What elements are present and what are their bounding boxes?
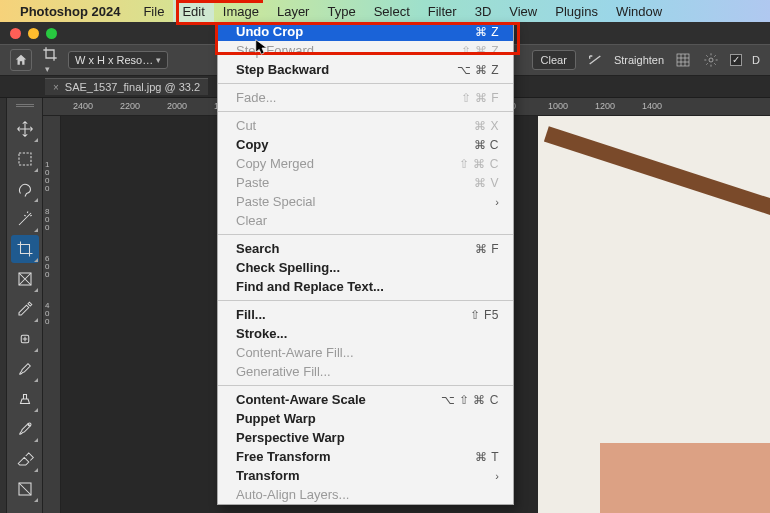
menubar-item-3d[interactable]: 3D (466, 0, 501, 22)
menubar-item-filter[interactable]: Filter (419, 0, 466, 22)
gradient-tool[interactable] (11, 475, 39, 503)
menu-item-auto-align-layers: Auto-Align Layers... (218, 485, 513, 504)
clear-button[interactable]: Clear (532, 50, 576, 70)
maximize-window-button[interactable] (46, 28, 57, 39)
overlay-grid-icon[interactable] (674, 51, 692, 69)
healing-brush-tool[interactable] (11, 325, 39, 353)
crop-tool[interactable] (11, 235, 39, 263)
ruler-h-tick: 2000 (167, 101, 187, 111)
menu-item-shortcut: ⌘ C (474, 138, 500, 152)
photo-beam (544, 126, 770, 222)
menu-item-label: Content-Aware Fill... (236, 345, 499, 360)
svg-rect-0 (677, 54, 689, 66)
document-canvas[interactable] (538, 116, 770, 513)
menubar-item-layer[interactable]: Layer (268, 0, 319, 22)
toolbox-grip[interactable] (16, 104, 34, 109)
menubar-item-file[interactable]: File (134, 0, 173, 22)
close-tab-icon[interactable]: × (53, 82, 59, 93)
menu-item-label: Undo Crop (236, 24, 475, 39)
delete-pixels-checkbox[interactable] (730, 54, 742, 66)
menu-item-label: Auto-Align Layers... (236, 487, 499, 502)
menu-item-label: Generative Fill... (236, 364, 499, 379)
brush-tool[interactable] (11, 355, 39, 383)
menu-item-perspective-warp[interactable]: Perspective Warp (218, 428, 513, 447)
menu-item-paste-special: Paste Special› (218, 192, 513, 211)
menu-item-shortcut: ⇧ ⌘ F (461, 91, 500, 105)
gear-icon[interactable] (702, 51, 720, 69)
crop-preset-dropdown[interactable]: W x H x Reso… (68, 51, 168, 69)
menu-item-label: Search (236, 241, 475, 256)
minimize-window-button[interactable] (28, 28, 39, 39)
menu-separator (218, 385, 513, 386)
toolbox (7, 98, 43, 513)
document-tab[interactable]: × SAE_1537_final.jpg @ 33.2 (45, 78, 208, 95)
straighten-label: Straighten (614, 54, 664, 66)
eraser-tool[interactable] (11, 445, 39, 473)
ruler-vertical[interactable]: 1000800600400 (43, 116, 61, 513)
menu-item-content-aware-scale[interactable]: Content-Aware Scale⌥ ⇧ ⌘ C (218, 390, 513, 409)
move-tool[interactable] (11, 115, 39, 143)
svg-point-5 (28, 423, 31, 426)
menu-item-transform[interactable]: Transform› (218, 466, 513, 485)
menu-item-fill[interactable]: Fill...⇧ F5 (218, 305, 513, 324)
delete-pixels-label: D (752, 54, 760, 66)
history-brush-tool[interactable] (11, 415, 39, 443)
menubar-item-window[interactable]: Window (607, 0, 671, 22)
menu-item-search[interactable]: Search⌘ F (218, 239, 513, 258)
ruler-h-tick: 1400 (642, 101, 662, 111)
menu-item-shortcut: ⌘ Z (475, 25, 499, 39)
menu-item-find-and-replace-text[interactable]: Find and Replace Text... (218, 277, 513, 296)
ruler-v-tick: 600 (45, 255, 49, 279)
menu-item-generative-fill: Generative Fill... (218, 362, 513, 381)
menu-item-label: Transform (236, 468, 495, 483)
menu-item-label: Copy Merged (236, 156, 459, 171)
frame-tool[interactable] (11, 265, 39, 293)
menubar-item-view[interactable]: View (500, 0, 546, 22)
home-button[interactable] (10, 49, 32, 71)
menu-item-label: Paste Special (236, 194, 495, 209)
ruler-v-tick: 800 (45, 208, 49, 232)
menu-item-check-spelling[interactable]: Check Spelling... (218, 258, 513, 277)
menu-item-step-forward: Step Forward⇧ ⌘ Z (218, 41, 513, 60)
menubar-item-select[interactable]: Select (365, 0, 419, 22)
menu-item-shortcut: ⌘ F (475, 242, 499, 256)
menu-item-copy[interactable]: Copy⌘ C (218, 135, 513, 154)
menu-item-stroke[interactable]: Stroke... (218, 324, 513, 343)
menu-item-label: Check Spelling... (236, 260, 499, 275)
tool-preset-picker[interactable] (42, 46, 58, 74)
clear-button-label: Clear (541, 54, 567, 66)
menu-separator (218, 111, 513, 112)
menu-item-paste: Paste⌘ V (218, 173, 513, 192)
menu-item-free-transform[interactable]: Free Transform⌘ T (218, 447, 513, 466)
menu-item-step-backward[interactable]: Step Backward⌥ ⌘ Z (218, 60, 513, 79)
magic-wand-tool[interactable] (11, 205, 39, 233)
menubar-item-type[interactable]: Type (318, 0, 364, 22)
menubar-item-image[interactable]: Image (214, 0, 268, 22)
menu-separator (218, 83, 513, 84)
lasso-tool[interactable] (11, 175, 39, 203)
menu-item-label: Clear (236, 213, 499, 228)
menu-separator (218, 234, 513, 235)
macos-menubar: Photoshop 2024 FileEditImageLayerTypeSel… (0, 0, 770, 22)
menu-item-shortcut: ⌥ ⌘ Z (457, 63, 500, 77)
menu-item-shortcut: ⌘ X (474, 119, 499, 133)
menu-item-fade: Fade...⇧ ⌘ F (218, 88, 513, 107)
clone-stamp-tool[interactable] (11, 385, 39, 413)
eyedropper-tool[interactable] (11, 295, 39, 323)
menu-item-shortcut: ⌘ V (474, 176, 499, 190)
app-name[interactable]: Photoshop 2024 (20, 4, 120, 19)
menu-item-label: Free Transform (236, 449, 475, 464)
menu-item-label: Copy (236, 137, 474, 152)
marquee-tool[interactable] (11, 145, 39, 173)
close-window-button[interactable] (10, 28, 21, 39)
menu-item-label: Step Forward (236, 43, 461, 58)
menu-separator (218, 300, 513, 301)
document-tab-title: SAE_1537_final.jpg @ 33.2 (65, 81, 200, 93)
menu-item-puppet-warp[interactable]: Puppet Warp (218, 409, 513, 428)
menu-item-shortcut: ⇧ ⌘ C (459, 157, 499, 171)
menubar-item-plugins[interactable]: Plugins (546, 0, 607, 22)
submenu-arrow-icon: › (495, 470, 499, 482)
menubar-item-edit[interactable]: Edit (173, 0, 213, 22)
straighten-icon[interactable] (586, 51, 604, 69)
menu-item-undo-crop[interactable]: Undo Crop⌘ Z (218, 22, 513, 41)
